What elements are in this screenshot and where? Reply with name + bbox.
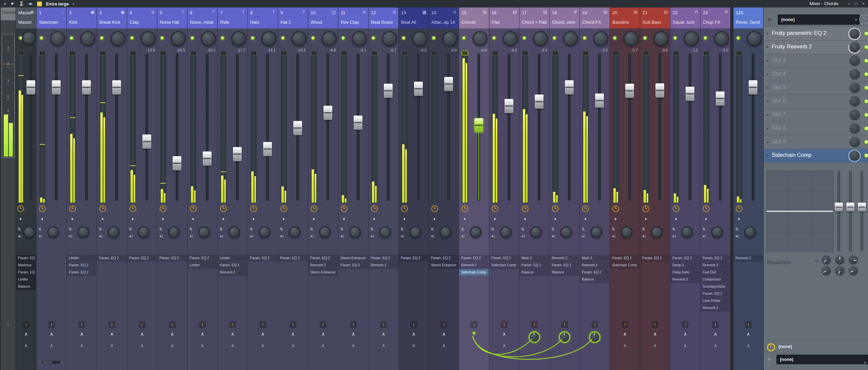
eq-freq-knob-3[interactable] — [849, 255, 858, 264]
plugin-slot-row[interactable]: Reeverb 2 — [701, 305, 730, 311]
stereo-separation-knob[interactable] — [711, 226, 723, 238]
sidechain-source-arrow-icon[interactable]: ▼ — [471, 330, 477, 337]
close-button[interactable]: × — [862, 0, 865, 7]
sidechain-send-knob[interactable] — [589, 331, 600, 343]
plugin-slot-row[interactable]: Reeverb 2 — [369, 262, 398, 269]
slot-menu-arrow-icon[interactable]: ▸ — [767, 126, 768, 130]
pan-knob[interactable] — [50, 31, 65, 46]
channel-enable-led[interactable] — [643, 36, 647, 40]
send-to-master-arrow-icon[interactable]: ↑ — [561, 321, 568, 328]
latency-clock-icon[interactable] — [643, 205, 649, 212]
stereo-separation-knob[interactable] — [651, 226, 663, 238]
channel-strip-chord-pad[interactable]: 17ШChord + Pad-3.9⇅◄)Mute 2Param. EQ 2Ba… — [519, 7, 549, 370]
channel-strip-chord-fx[interactable]: 19ШChord FX-3.6⇅◄)Mute 2Reeverb 2Param. … — [579, 7, 610, 370]
latency-clock-icon[interactable] — [99, 205, 106, 212]
speaker-icon[interactable]: ◄) — [68, 234, 72, 238]
speaker-icon[interactable]: ◄) — [340, 234, 344, 238]
pan-knob[interactable] — [382, 31, 397, 46]
plugin-slot-row[interactable]: Param. EQ 2 — [429, 255, 458, 262]
fader-handle[interactable] — [52, 80, 61, 95]
channel-enable-led[interactable] — [160, 36, 164, 40]
plugin-slot-row[interactable]: Reeverb 2 — [459, 262, 489, 269]
time-clock-icon[interactable] — [767, 343, 775, 351]
pan-knob[interactable] — [231, 31, 246, 46]
slot-menu-arrow-icon[interactable]: ▸ — [767, 140, 768, 144]
record-dot[interactable] — [645, 218, 647, 220]
speaker-icon[interactable]: ◄) — [735, 234, 739, 238]
stereo-separation-knob[interactable] — [259, 226, 270, 238]
effect-slot-slot-4[interactable]: ▸Slot 4 — [764, 68, 868, 81]
sidechain-send-knob[interactable] — [559, 331, 570, 343]
fader-handle[interactable] — [384, 84, 393, 98]
plugin-slot-row[interactable]: Param. EQ 2 — [670, 255, 700, 262]
stereo-swap-icon[interactable]: ⇅ — [735, 227, 738, 231]
channel-header[interactable]: 17ШChord + Pad — [519, 7, 549, 28]
stereo-swap-icon[interactable]: ⇅ — [581, 227, 585, 231]
speaker-icon[interactable]: ◄) — [279, 234, 283, 238]
stereo-swap-icon[interactable]: ⇅ — [189, 227, 192, 231]
channel-header[interactable]: 8⊤Hats — [248, 7, 278, 28]
channel-enable-led[interactable] — [281, 36, 285, 40]
slot-menu-arrow-icon[interactable]: ▸ — [767, 86, 768, 89]
channel-enable-led[interactable] — [130, 36, 134, 40]
plugin-slot-row[interactable]: Stereo Enhancer — [308, 269, 338, 276]
channel-header[interactable]: 11⊙Rev Clap — [338, 7, 368, 28]
record-dot[interactable] — [675, 218, 677, 220]
fader-handle[interactable] — [505, 99, 513, 113]
effect-slot-sidechain-comp[interactable]: ▸Sidechain Comp — [764, 149, 868, 163]
record-dot[interactable] — [494, 218, 496, 220]
send-to-master-arrow-icon[interactable]: ↑ — [350, 321, 357, 328]
volume-fader[interactable] — [533, 51, 545, 203]
stereo-swap-icon[interactable]: ⇅ — [99, 227, 102, 231]
record-dot[interactable] — [253, 218, 254, 220]
latency-clock-icon[interactable] — [703, 205, 710, 212]
stereo-swap-icon[interactable]: ⇅ — [310, 227, 313, 231]
channel-strip-hat-2[interactable]: 9⊤Hat 2-10.5⇅◄)Param. EQ 2↑∧∧ — [278, 7, 308, 370]
fader-handle[interactable] — [474, 118, 483, 132]
channel-enable-led[interactable] — [462, 36, 466, 40]
channel-header[interactable]: 22⊓Squar..luck — [670, 7, 700, 28]
fader-handle[interactable] — [142, 135, 151, 149]
latency-clock-icon[interactable] — [220, 205, 227, 212]
volume-fader[interactable] — [443, 51, 454, 203]
stereo-swap-icon[interactable]: ⇅ — [38, 227, 41, 231]
view-color-swatch[interactable] — [37, 1, 42, 6]
channel-header[interactable]: 9⊤Hat 2 — [278, 7, 308, 28]
latency-clock-icon[interactable] — [341, 205, 348, 212]
send-to-master-arrow-icon[interactable]: ↑ — [471, 321, 477, 328]
volume-fader[interactable] — [322, 51, 334, 203]
eq-band-knob-3[interactable] — [849, 266, 858, 275]
stereo-separation-knob[interactable] — [229, 226, 240, 238]
send-to-master-arrow-icon[interactable]: ↑ — [712, 321, 719, 328]
plugin-slot-row[interactable]: Maximus — [16, 262, 36, 269]
scroll-left-icon[interactable]: ‹ — [39, 360, 41, 365]
fader-handle[interactable] — [565, 80, 574, 95]
stereo-separation-knob[interactable] — [470, 226, 481, 238]
stereo-swap-icon[interactable]: ⇅ — [431, 227, 434, 231]
volume-fader[interactable] — [684, 51, 696, 203]
stereo-swap-icon[interactable]: ⇅ — [521, 227, 524, 231]
volume-fader[interactable] — [714, 51, 726, 203]
send-to-master-arrow-icon[interactable]: ↑ — [652, 321, 658, 328]
stereo-separation-knob[interactable] — [440, 226, 451, 238]
channel-header[interactable]: 125Rever..Send — [733, 7, 763, 28]
fader-handle[interactable] — [414, 82, 423, 96]
pan-knob[interactable] — [171, 31, 186, 46]
send-to-master-arrow-icon[interactable]: ↑ — [410, 321, 417, 328]
channel-strip-sub-bass[interactable]: 21ШSub Bass-0.6⇅◄)Param. EQ 2↑∧∧ — [640, 7, 670, 370]
record-dot[interactable] — [615, 218, 616, 220]
record-dot[interactable] — [222, 218, 224, 220]
volume-fader[interactable] — [473, 51, 485, 203]
channel-header[interactable]: 5⊤Noise Hat — [157, 7, 187, 28]
plugin-slot-row[interactable]: Stereo Enhancer — [429, 262, 458, 269]
channel-header[interactable]: 1∴Sidechain — [37, 7, 66, 28]
speaker-icon[interactable]: ◄) — [460, 234, 465, 238]
slot-mix-knob[interactable] — [850, 83, 860, 93]
fader-handle[interactable] — [749, 80, 757, 95]
plugin-slot-row[interactable]: Sidechain Comp — [459, 269, 489, 276]
pan-knob[interactable] — [261, 31, 276, 46]
channel-strip-wood[interactable]: 10◫Wood-6.6⇅◄)Param. EQ 2Reeverb 2Stereo… — [308, 7, 338, 370]
send-to-master-arrow-icon[interactable]: ↑ — [139, 321, 145, 328]
channel-enable-led[interactable] — [522, 36, 527, 40]
send-to-master-arrow-icon[interactable]: ↑ — [440, 321, 447, 328]
